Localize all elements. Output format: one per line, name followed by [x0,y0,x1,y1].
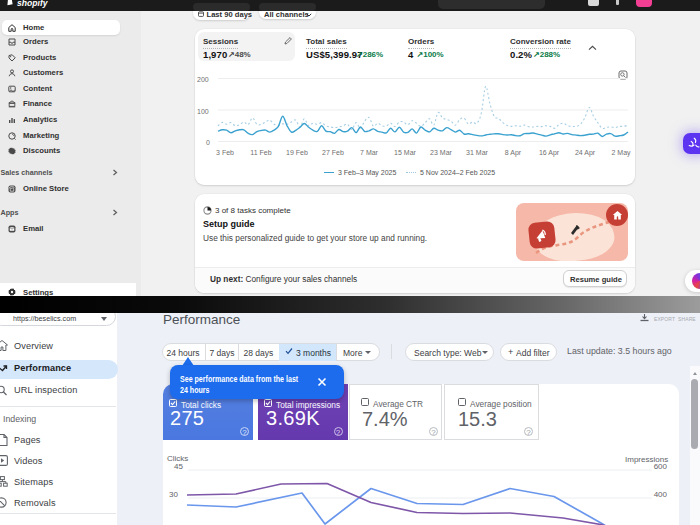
svg-text:shopify: shopify [17,0,49,7]
